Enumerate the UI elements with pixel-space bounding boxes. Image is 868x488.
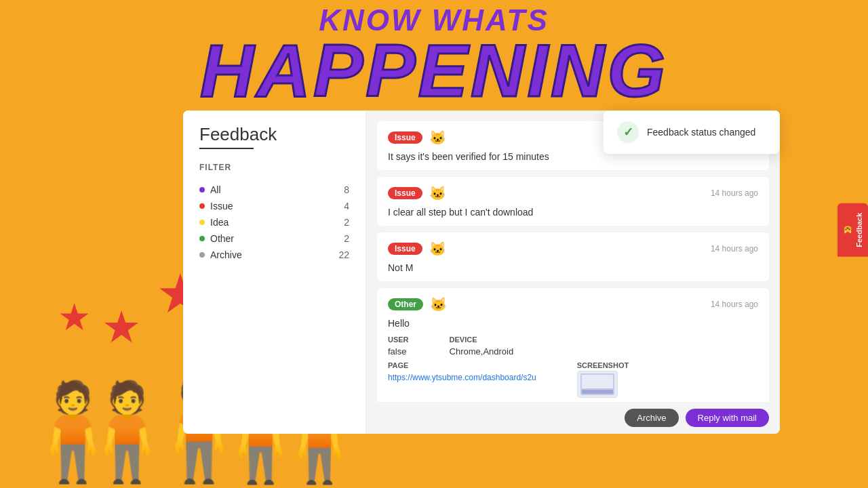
filter-name-issue: Issue <box>210 201 233 211</box>
screenshot-label: SCREENSHOT <box>577 361 629 369</box>
filter-count-idea: 2 <box>344 217 349 228</box>
card-text-3: Not M <box>388 262 758 273</box>
screenshot-thumb[interactable] <box>577 371 618 398</box>
user-col: USER false <box>388 336 409 357</box>
person-2: 🧍 <box>68 376 186 488</box>
filter-count-all: 8 <box>344 184 349 195</box>
filter-name-idea: Idea <box>210 217 229 228</box>
action-bar: Archive Reply with mail <box>366 402 780 434</box>
avatar-3: 🐱 <box>429 241 446 257</box>
card-time-4: 14 hours ago <box>711 300 758 309</box>
badge-issue-1: Issue <box>388 131 422 144</box>
main-panel: Feedback FILTER All 8 Issue 4 Idea 2 <box>183 110 780 434</box>
header-happening: HAPPENING <box>0 35 868 106</box>
card-time-2: 14 hours ago <box>711 188 758 198</box>
other-card-details: USER false DEVICE Chrome,Android PAGE ht… <box>388 336 758 398</box>
filter-count-issue: 4 <box>344 201 349 211</box>
sidebar: Feedback FILTER All 8 Issue 4 Idea 2 <box>183 110 366 434</box>
header-banner: KNOW WHATS HAPPENING <box>0 0 868 106</box>
side-feedback-tab[interactable]: Feedback 🐱 <box>837 203 868 257</box>
feedback-card-2[interactable]: Issue 🐱 14 hours ago I clear all step bu… <box>377 177 769 226</box>
badge-issue-3: Issue <box>388 243 422 255</box>
user-label: USER <box>388 336 409 344</box>
avatar-1: 🐱 <box>429 129 446 146</box>
sidebar-title-underline <box>199 148 254 149</box>
filter-dot-idea <box>199 220 205 225</box>
user-value: false <box>388 346 406 357</box>
content-scroll: Issue 🐱 It says it's been verified for 1… <box>366 110 780 434</box>
filter-dot-issue <box>199 203 205 209</box>
feedback-card-4[interactable]: Other 🐱 14 hours ago Hello USER false DE… <box>377 288 769 402</box>
checkmark-icon: ✓ <box>623 125 633 140</box>
page-col: PAGE https://www.ytsubme.com/dashboard/s… <box>388 361 536 398</box>
feedback-card-3[interactable]: Issue 🐱 14 hours ago Not M <box>377 232 769 281</box>
filter-dot-other <box>199 236 205 241</box>
toast-text: Feedback status changed <box>647 127 755 138</box>
archive-button[interactable]: Archive <box>625 409 678 427</box>
svg-rect-1 <box>582 375 613 388</box>
device-value: Chrome,Android <box>450 346 514 357</box>
card-text-4: Hello <box>388 318 758 329</box>
avatar-4: 🐱 <box>430 296 447 312</box>
screenshot-col: SCREENSHOT <box>577 361 629 398</box>
filter-dot-all <box>199 187 205 192</box>
filter-issue[interactable]: Issue 4 <box>199 198 349 214</box>
filter-count-archive: 22 <box>338 249 349 260</box>
card-text-2: I clear all step but I can't download <box>388 207 758 218</box>
filter-label: FILTER <box>199 163 349 172</box>
page-url[interactable]: https://www.ytsubme.com/dashboard/s2u <box>388 373 536 382</box>
avatar-2: 🐱 <box>429 185 446 201</box>
side-tab-icon: 🐱 <box>842 226 851 235</box>
star-1: ★ <box>58 296 91 339</box>
badge-other-4: Other <box>388 298 423 310</box>
toast-notification: ✓ Feedback status changed <box>604 110 780 154</box>
cards-wrapper: Issue 🐱 It says it's been verified for 1… <box>366 110 780 402</box>
sidebar-title: Feedback <box>199 124 349 145</box>
filter-archive[interactable]: Archive 22 <box>199 247 349 263</box>
reply-button[interactable]: Reply with mail <box>686 409 769 427</box>
side-tab-container: Feedback 🐱 <box>837 203 868 257</box>
side-tab-label: Feedback <box>855 213 863 247</box>
filter-dot-archive <box>199 252 205 258</box>
card-time-3: 14 hours ago <box>711 244 758 253</box>
filter-name-all: All <box>210 184 221 195</box>
filter-other[interactable]: Other 2 <box>199 230 349 247</box>
svg-rect-2 <box>582 390 613 394</box>
filter-idea[interactable]: Idea 2 <box>199 214 349 230</box>
device-col: DEVICE Chrome,Android <box>450 336 514 357</box>
toast-icon: ✓ <box>617 121 639 143</box>
page-label: PAGE <box>388 361 536 369</box>
star-2: ★ <box>102 302 141 352</box>
filter-name-other: Other <box>210 233 234 244</box>
device-label: DEVICE <box>450 336 514 344</box>
person-1: 🧍 <box>14 376 132 488</box>
badge-issue-2: Issue <box>388 187 422 199</box>
filter-all[interactable]: All 8 <box>199 182 349 198</box>
filter-name-archive: Archive <box>210 249 242 260</box>
filter-count-other: 2 <box>344 233 349 244</box>
